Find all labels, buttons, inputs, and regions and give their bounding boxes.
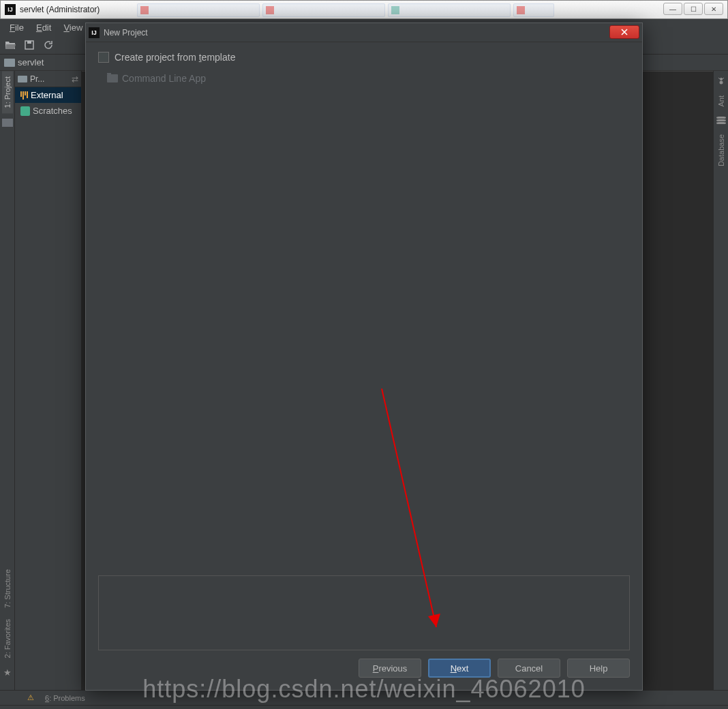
folder-icon [4,59,15,67]
template-checkbox-row[interactable]: Create project from template [98,52,630,63]
open-icon[interactable] [4,39,16,51]
save-icon[interactable] [23,39,35,51]
sidebar-tab-project[interactable]: 1: Project [2,71,13,113]
dialog-title: New Project [104,28,148,37]
help-button[interactable]: Help [567,659,630,678]
dialog-button-row: Previous Next Cancel Help [98,659,630,680]
ant-icon [716,76,726,86]
close-button[interactable]: ✕ [704,3,723,15]
description-panel [98,575,630,650]
dialog-titlebar[interactable]: IJ New Project [86,23,642,42]
panel-title: Pr... [30,74,44,84]
libraries-icon [20,91,28,100]
template-item[interactable]: Command Line App [99,70,629,87]
bottom-tabs: ⚠ 6: Problems [0,690,728,705]
taskbar-tabs [137,3,554,17]
menu-view[interactable]: View [58,21,88,34]
tree-item-external[interactable]: External [15,87,81,103]
template-label: Command Line App [122,73,206,84]
menu-edit[interactable]: Edit [31,21,57,34]
tree-item-scratches[interactable]: Scratches [15,103,81,119]
new-project-dialog: IJ New Project Create project from templ… [85,22,643,691]
sidebar-tab-database[interactable]: Database [716,129,727,172]
template-list: Command Line App [98,70,630,575]
maximize-button[interactable]: ☐ [684,3,703,15]
dialog-close-button[interactable] [609,25,639,39]
svg-point-3 [719,81,723,85]
refresh-icon[interactable] [42,39,55,51]
sidebar-tab-structure[interactable]: 7: Structure [2,564,13,614]
project-panel-header[interactable]: Pr... ⇄ [15,71,81,87]
tab-problems[interactable]: 6: Problems [45,694,85,702]
sidebar-tab-ant[interactable]: Ant [716,90,727,112]
right-gutter: Ant Database [713,71,728,690]
database-icon [716,117,726,125]
cancel-button[interactable]: Cancel [498,659,560,678]
next-button[interactable]: Next [428,659,491,678]
svg-line-5 [723,78,724,79]
svg-line-4 [718,78,720,79]
tool-folder-icon[interactable] [2,119,13,127]
window-titlebar: IJ servlet (Administrator) — ☐ ✕ [0,0,728,19]
sidebar-tab-favorites[interactable]: 2: Favorites [2,614,13,663]
svg-point-2 [720,78,723,80]
app-icon: IJ [89,27,100,38]
checkbox[interactable] [98,52,109,63]
window-title: servlet (Administrator) [20,5,100,14]
folder-icon [18,76,27,82]
svg-rect-1 [27,41,31,44]
star-icon: ★ [3,667,12,678]
folder-icon [107,74,118,82]
minimize-button[interactable]: — [663,3,682,15]
checkbox-label: Create project from template [115,52,235,63]
scratch-icon [20,106,30,116]
menu-file[interactable]: File [4,21,29,34]
app-icon: IJ [5,4,16,15]
project-panel: Pr... ⇄ External Scratches [15,71,82,690]
close-icon [620,28,628,36]
breadcrumb-root[interactable]: servlet [18,57,44,67]
previous-button[interactable]: Previous [359,659,421,678]
status-bar: ▭ IntelliJ IDEA 2020.2.3 available // Up… [0,705,728,709]
